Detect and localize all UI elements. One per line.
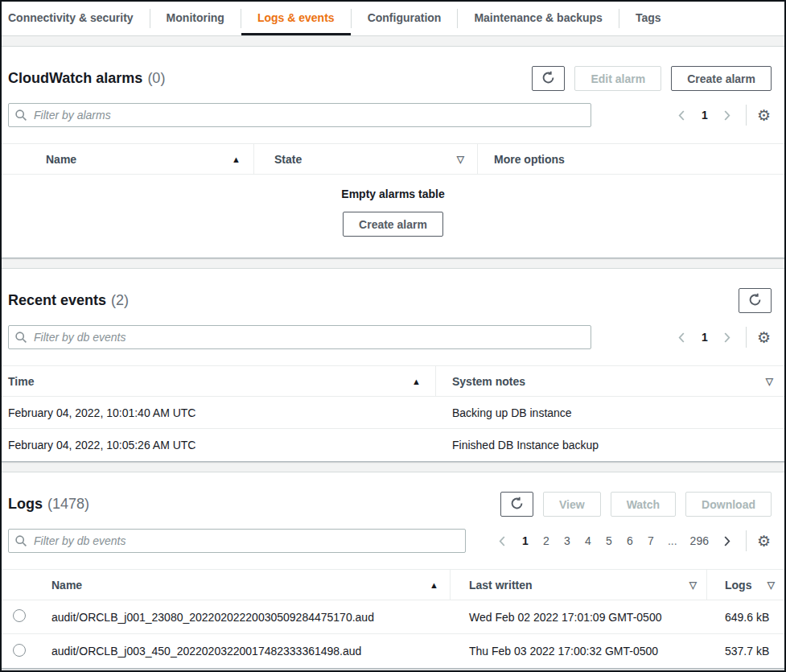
event-note: Finished DB Instance backup: [436, 439, 784, 451]
recent-events-card: Recent events (2) 1 ⚙: [2, 268, 784, 462]
events-column-system-notes[interactable]: System notes ▽: [436, 366, 784, 396]
sort-descending-icon: ▽: [457, 154, 464, 165]
search-icon: [14, 534, 27, 547]
event-note: Backing up DB instance: [436, 406, 784, 419]
logs-page-3[interactable]: 3: [560, 534, 574, 547]
log-size: 649.6 kB: [707, 611, 784, 624]
alarms-column-state[interactable]: State ▽: [254, 144, 478, 174]
settings-gear-icon[interactable]: ⚙: [756, 108, 772, 123]
chevron-right-icon[interactable]: [718, 532, 736, 550]
alarms-table-header: Name ▲ State ▽ More options: [2, 143, 784, 175]
logs-page-6[interactable]: 6: [623, 534, 637, 547]
event-time[interactable]: February 04, 2022, 10:05:26 AM UTC: [8, 439, 195, 451]
alarms-filter: [8, 103, 591, 127]
events-filter-input[interactable]: [8, 325, 591, 349]
logs-page-ellipsis: ...: [665, 534, 681, 547]
refresh-icon: [541, 71, 555, 87]
search-icon: [14, 331, 27, 344]
events-pagination: 1 ⚙: [673, 327, 772, 348]
logs-page-296[interactable]: 296: [687, 534, 712, 547]
tab-tags[interactable]: Tags: [619, 2, 677, 35]
logs-column-logs[interactable]: Logs ▽: [707, 570, 784, 600]
alarms-column-name[interactable]: Name ▲: [2, 144, 254, 174]
events-filter: [8, 325, 591, 349]
rds-details-page: Connectivity & security Monitoring Logs …: [0, 0, 786, 672]
create-alarm-button[interactable]: Create alarm: [671, 66, 772, 91]
events-refresh-button[interactable]: [739, 288, 772, 313]
logs-page-5[interactable]: 5: [602, 534, 616, 547]
log-file-name: audit/ORCLB_j003_450_2022020322001748233…: [45, 645, 451, 658]
event-row: February 04, 2022, 10:01:40 AM UTC Backi…: [2, 397, 784, 429]
sort-ascending-icon: ▲: [412, 377, 421, 386]
chevron-left-icon[interactable]: [494, 532, 512, 550]
alarms-column-more-options: More options: [478, 144, 784, 174]
radio-button[interactable]: [13, 644, 26, 657]
alarms-refresh-button[interactable]: [532, 66, 565, 91]
event-row: February 04, 2022, 10:05:26 AM UTC Finis…: [2, 429, 784, 461]
column-label: Logs: [725, 579, 761, 592]
events-title: Recent events: [8, 292, 106, 309]
alarms-empty-state: Empty alarms table Create alarm: [2, 175, 784, 258]
events-page-1[interactable]: 1: [698, 331, 712, 344]
logs-page-4[interactable]: 4: [581, 534, 595, 547]
tab-label: Maintenance & backups: [474, 11, 603, 24]
sort-ascending-icon: ▲: [430, 580, 438, 590]
refresh-icon: [748, 293, 762, 309]
sort-descending-icon: ▽: [766, 376, 773, 387]
logs-pagination: 1 2 3 4 5 6 7 ... 296 ⚙: [494, 530, 772, 551]
radio-button[interactable]: [13, 609, 26, 622]
chevron-left-icon[interactable]: [673, 328, 691, 346]
sort-descending-icon: ▽: [767, 579, 775, 591]
tab-logs-events[interactable]: Logs & events: [241, 2, 351, 35]
pager-divider: [746, 105, 747, 126]
settings-gear-icon[interactable]: ⚙: [756, 330, 772, 345]
sort-descending-icon: ▽: [689, 579, 697, 591]
watch-log-button[interactable]: Watch: [611, 492, 676, 517]
column-label: Time: [8, 375, 405, 388]
download-log-button[interactable]: Download: [685, 492, 772, 517]
tab-label: Configuration: [368, 11, 442, 24]
tab-label: Logs & events: [257, 11, 335, 24]
tab-connectivity-security[interactable]: Connectivity & security: [2, 2, 150, 35]
column-label: State: [274, 153, 451, 166]
logs-column-name[interactable]: Name ▲: [45, 570, 451, 600]
events-table-header: Time ▲ System notes ▽: [2, 365, 784, 397]
alarms-empty-title: Empty alarms table: [2, 188, 784, 200]
log-size: 537.7 kB: [707, 645, 784, 658]
tab-monitoring[interactable]: Monitoring: [150, 2, 241, 35]
tab-configuration[interactable]: Configuration: [352, 2, 458, 35]
empty-create-alarm-button[interactable]: Create alarm: [343, 212, 443, 237]
chevron-left-icon[interactable]: [673, 106, 691, 124]
alarms-count: (0): [147, 70, 165, 87]
pager-divider: [746, 530, 747, 551]
logs-page-7[interactable]: 7: [644, 534, 658, 547]
chevron-right-icon[interactable]: [718, 106, 736, 124]
logs-card: Logs (1478) View Watch Download 1: [2, 472, 784, 669]
chevron-right-icon[interactable]: [718, 328, 736, 346]
logs-title: Logs: [8, 496, 43, 513]
events-column-time[interactable]: Time ▲: [2, 366, 436, 396]
logs-column-last-written[interactable]: Last written ▽: [451, 570, 707, 600]
settings-gear-icon[interactable]: ⚙: [756, 534, 772, 549]
logs-page-1[interactable]: 1: [518, 534, 533, 547]
alarms-title: CloudWatch alarms: [8, 70, 142, 87]
alarms-filter-input[interactable]: [8, 103, 591, 127]
tab-label: Connectivity & security: [8, 11, 134, 24]
column-label: System notes: [452, 375, 759, 388]
view-log-button[interactable]: View: [543, 492, 601, 517]
alarms-page-1[interactable]: 1: [698, 109, 712, 122]
logs-refresh-button[interactable]: [500, 492, 533, 517]
logs-count: (1478): [47, 496, 89, 513]
logs-page-2[interactable]: 2: [539, 534, 553, 547]
tab-maintenance-backups[interactable]: Maintenance & backups: [458, 2, 619, 35]
tab-label: Tags: [636, 11, 661, 24]
log-file-name: audit/ORCLB_j001_23080_20220202220030509…: [45, 611, 451, 624]
alarms-pagination: 1 ⚙: [673, 105, 772, 126]
edit-alarm-button[interactable]: Edit alarm: [574, 66, 661, 91]
logs-table-header: Name ▲ Last written ▽ Logs ▽: [2, 569, 784, 600]
logs-filter-input[interactable]: [8, 529, 466, 553]
event-time[interactable]: February 04, 2022, 10:01:40 AM UTC: [8, 406, 195, 419]
column-label: Name: [51, 579, 423, 592]
logs-select-column: [2, 570, 45, 600]
column-label: More options: [494, 153, 784, 166]
